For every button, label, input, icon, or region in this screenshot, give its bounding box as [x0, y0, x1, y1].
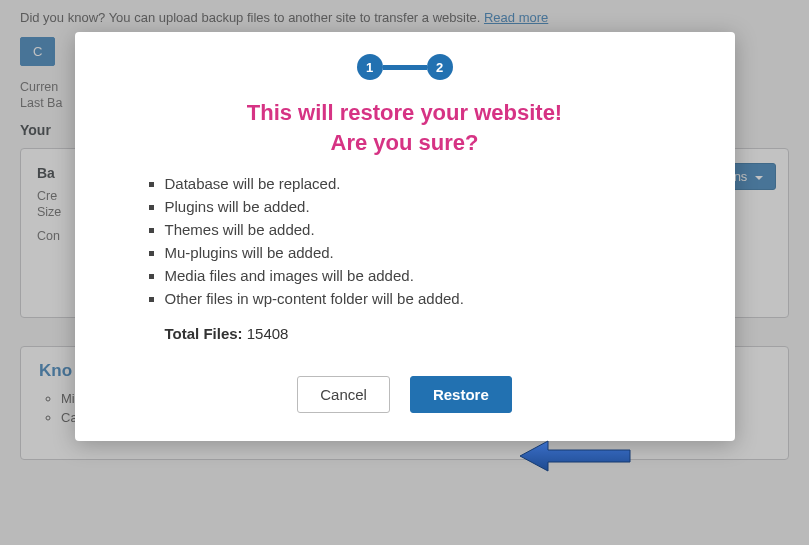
- list-item: Plugins will be added.: [165, 198, 701, 215]
- list-item: Media files and images will be added.: [165, 267, 701, 284]
- modal-title: This will restore your website! Are you …: [109, 98, 701, 157]
- step-indicator: 1 2: [109, 54, 701, 80]
- list-item: Themes will be added.: [165, 221, 701, 238]
- modal-title-line1: This will restore your website!: [109, 98, 701, 128]
- modal-actions: Cancel Restore: [109, 376, 701, 413]
- step-1: 1: [357, 54, 383, 80]
- total-files-value: 15408: [247, 325, 289, 342]
- cancel-button[interactable]: Cancel: [297, 376, 390, 413]
- restore-button[interactable]: Restore: [410, 376, 512, 413]
- total-files-label: Total Files:: [165, 325, 243, 342]
- restore-items-list: Database will be replaced. Plugins will …: [165, 175, 701, 307]
- modal-overlay: 1 2 This will restore your website! Are …: [0, 0, 809, 545]
- total-files: Total Files: 15408: [165, 325, 701, 342]
- modal-title-line2: Are you sure?: [109, 128, 701, 158]
- restore-confirm-modal: 1 2 This will restore your website! Are …: [75, 32, 735, 441]
- step-connector: [383, 65, 427, 70]
- list-item: Database will be replaced.: [165, 175, 701, 192]
- list-item: Other files in wp-content folder will be…: [165, 290, 701, 307]
- list-item: Mu-plugins will be added.: [165, 244, 701, 261]
- step-2: 2: [427, 54, 453, 80]
